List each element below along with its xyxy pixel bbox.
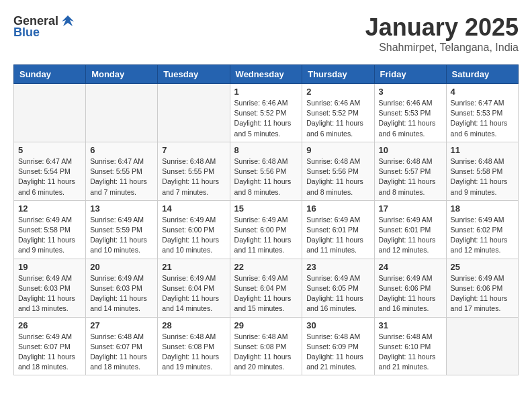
day-number: 23 — [306, 262, 369, 272]
day-info: Sunrise: 6:49 AM Sunset: 6:04 PM Dayligh… — [162, 273, 225, 314]
day-number: 7 — [162, 145, 225, 155]
calendar-cell: 16Sunrise: 6:49 AM Sunset: 6:01 PM Dayli… — [302, 200, 374, 259]
day-info: Sunrise: 6:49 AM Sunset: 5:59 PM Dayligh… — [90, 215, 153, 256]
month-title: January 2025 — [365, 13, 519, 42]
calendar-cell — [14, 84, 86, 142]
day-number: 18 — [451, 203, 514, 214]
calendar-cell: 23Sunrise: 6:49 AM Sunset: 6:05 PM Dayli… — [302, 259, 374, 317]
day-info: Sunrise: 6:49 AM Sunset: 5:58 PM Dayligh… — [18, 215, 81, 256]
calendar-cell: 17Sunrise: 6:49 AM Sunset: 6:01 PM Dayli… — [374, 200, 446, 259]
day-number: 1 — [234, 87, 298, 97]
calendar-cell: 20Sunrise: 6:49 AM Sunset: 6:03 PM Dayli… — [86, 259, 158, 317]
page-header: General Blue January 2025 Shahmirpet, Te… — [13, 13, 519, 54]
calendar-cell: 29Sunrise: 6:48 AM Sunset: 6:08 PM Dayli… — [230, 317, 302, 375]
day-info: Sunrise: 6:49 AM Sunset: 6:03 PM Dayligh… — [90, 273, 153, 314]
calendar-cell: 19Sunrise: 6:49 AM Sunset: 6:03 PM Dayli… — [14, 259, 86, 317]
calendar-cell: 15Sunrise: 6:49 AM Sunset: 6:00 PM Dayli… — [230, 200, 302, 259]
week-row-3: 12Sunrise: 6:49 AM Sunset: 5:58 PM Dayli… — [14, 200, 519, 259]
day-info: Sunrise: 6:48 AM Sunset: 6:08 PM Dayligh… — [234, 332, 298, 373]
calendar-cell: 25Sunrise: 6:49 AM Sunset: 6:06 PM Dayli… — [446, 259, 518, 317]
day-info: Sunrise: 6:48 AM Sunset: 5:55 PM Dayligh… — [162, 156, 225, 197]
day-info: Sunrise: 6:48 AM Sunset: 5:56 PM Dayligh… — [306, 156, 369, 197]
calendar-cell: 22Sunrise: 6:49 AM Sunset: 6:04 PM Dayli… — [230, 259, 302, 317]
day-number: 31 — [379, 320, 442, 330]
calendar-cell — [158, 84, 230, 142]
calendar-table: SundayMondayTuesdayWednesdayThursdayFrid… — [13, 64, 519, 375]
day-number: 4 — [451, 87, 514, 97]
weekday-header-friday: Friday — [374, 65, 446, 84]
day-info: Sunrise: 6:49 AM Sunset: 6:05 PM Dayligh… — [306, 273, 369, 314]
day-number: 13 — [90, 203, 153, 214]
calendar-cell: 30Sunrise: 6:48 AM Sunset: 6:09 PM Dayli… — [302, 317, 374, 375]
day-number: 2 — [306, 87, 369, 97]
day-info: Sunrise: 6:49 AM Sunset: 6:01 PM Dayligh… — [379, 215, 442, 256]
day-info: Sunrise: 6:48 AM Sunset: 6:09 PM Dayligh… — [306, 332, 369, 373]
calendar-cell: 24Sunrise: 6:49 AM Sunset: 6:06 PM Dayli… — [374, 259, 446, 317]
day-info: Sunrise: 6:47 AM Sunset: 5:55 PM Dayligh… — [90, 156, 153, 197]
calendar-cell: 6Sunrise: 6:47 AM Sunset: 5:55 PM Daylig… — [86, 142, 158, 200]
day-number: 9 — [306, 145, 369, 155]
calendar-cell: 26Sunrise: 6:49 AM Sunset: 6:07 PM Dayli… — [14, 317, 86, 375]
weekday-header-monday: Monday — [86, 65, 158, 84]
day-number: 20 — [90, 262, 153, 272]
day-info: Sunrise: 6:46 AM Sunset: 5:52 PM Dayligh… — [234, 98, 298, 139]
day-number: 27 — [90, 320, 153, 330]
day-number: 21 — [162, 262, 225, 272]
day-number: 8 — [234, 145, 298, 155]
calendar-cell: 10Sunrise: 6:48 AM Sunset: 5:57 PM Dayli… — [374, 142, 446, 200]
day-number: 17 — [379, 203, 442, 214]
logo-bird-icon — [60, 13, 75, 28]
calendar-cell: 14Sunrise: 6:49 AM Sunset: 6:00 PM Dayli… — [158, 200, 230, 259]
calendar-cell: 28Sunrise: 6:48 AM Sunset: 6:08 PM Dayli… — [158, 317, 230, 375]
calendar-cell: 18Sunrise: 6:49 AM Sunset: 6:02 PM Dayli… — [446, 200, 518, 259]
day-info: Sunrise: 6:48 AM Sunset: 5:57 PM Dayligh… — [379, 156, 442, 197]
week-row-1: 1Sunrise: 6:46 AM Sunset: 5:52 PM Daylig… — [14, 84, 519, 142]
day-info: Sunrise: 6:49 AM Sunset: 6:06 PM Dayligh… — [379, 273, 442, 314]
week-row-5: 26Sunrise: 6:49 AM Sunset: 6:07 PM Dayli… — [14, 317, 519, 375]
week-row-4: 19Sunrise: 6:49 AM Sunset: 6:03 PM Dayli… — [14, 259, 519, 317]
day-info: Sunrise: 6:48 AM Sunset: 5:58 PM Dayligh… — [451, 156, 514, 197]
day-info: Sunrise: 6:48 AM Sunset: 6:07 PM Dayligh… — [90, 332, 153, 373]
day-info: Sunrise: 6:49 AM Sunset: 6:03 PM Dayligh… — [18, 273, 81, 314]
day-number: 14 — [162, 203, 225, 214]
calendar-cell — [86, 84, 158, 142]
day-number: 6 — [90, 145, 153, 155]
day-info: Sunrise: 6:49 AM Sunset: 6:07 PM Dayligh… — [18, 332, 81, 373]
day-number: 28 — [162, 320, 225, 330]
calendar-cell: 7Sunrise: 6:48 AM Sunset: 5:55 PM Daylig… — [158, 142, 230, 200]
day-number: 30 — [306, 320, 369, 330]
weekday-header-sunday: Sunday — [14, 65, 86, 84]
calendar-cell: 12Sunrise: 6:49 AM Sunset: 5:58 PM Dayli… — [14, 200, 86, 259]
calendar-cell: 8Sunrise: 6:48 AM Sunset: 5:56 PM Daylig… — [230, 142, 302, 200]
calendar-cell: 13Sunrise: 6:49 AM Sunset: 5:59 PM Dayli… — [86, 200, 158, 259]
day-info: Sunrise: 6:49 AM Sunset: 6:01 PM Dayligh… — [306, 215, 369, 256]
day-info: Sunrise: 6:48 AM Sunset: 5:56 PM Dayligh… — [234, 156, 298, 197]
day-info: Sunrise: 6:49 AM Sunset: 6:00 PM Dayligh… — [234, 215, 298, 256]
calendar-cell: 11Sunrise: 6:48 AM Sunset: 5:58 PM Dayli… — [446, 142, 518, 200]
calendar-cell: 9Sunrise: 6:48 AM Sunset: 5:56 PM Daylig… — [302, 142, 374, 200]
day-number: 26 — [18, 320, 81, 330]
logo: General Blue — [13, 13, 76, 40]
day-number: 29 — [234, 320, 298, 330]
weekday-header-tuesday: Tuesday — [158, 65, 230, 84]
day-number: 3 — [379, 87, 442, 97]
title-section: January 2025 Shahmirpet, Telangana, Indi… — [365, 13, 519, 54]
day-number: 15 — [234, 203, 298, 214]
calendar-cell: 27Sunrise: 6:48 AM Sunset: 6:07 PM Dayli… — [86, 317, 158, 375]
calendar-cell: 2Sunrise: 6:46 AM Sunset: 5:52 PM Daylig… — [302, 84, 374, 142]
day-info: Sunrise: 6:47 AM Sunset: 5:53 PM Dayligh… — [451, 98, 514, 139]
weekday-header-saturday: Saturday — [446, 65, 518, 84]
calendar-cell — [446, 317, 518, 375]
weekday-header-thursday: Thursday — [302, 65, 374, 84]
day-info: Sunrise: 6:48 AM Sunset: 6:10 PM Dayligh… — [379, 332, 442, 373]
day-info: Sunrise: 6:49 AM Sunset: 6:00 PM Dayligh… — [162, 215, 225, 256]
svg-marker-0 — [62, 15, 74, 26]
day-info: Sunrise: 6:48 AM Sunset: 6:08 PM Dayligh… — [162, 332, 225, 373]
day-info: Sunrise: 6:46 AM Sunset: 5:52 PM Dayligh… — [306, 98, 369, 139]
calendar-cell: 31Sunrise: 6:48 AM Sunset: 6:10 PM Dayli… — [374, 317, 446, 375]
day-number: 22 — [234, 262, 298, 272]
day-info: Sunrise: 6:46 AM Sunset: 5:53 PM Dayligh… — [379, 98, 442, 139]
day-info: Sunrise: 6:49 AM Sunset: 6:04 PM Dayligh… — [234, 273, 298, 314]
weekday-header-row: SundayMondayTuesdayWednesdayThursdayFrid… — [14, 65, 519, 84]
day-number: 12 — [18, 203, 81, 214]
